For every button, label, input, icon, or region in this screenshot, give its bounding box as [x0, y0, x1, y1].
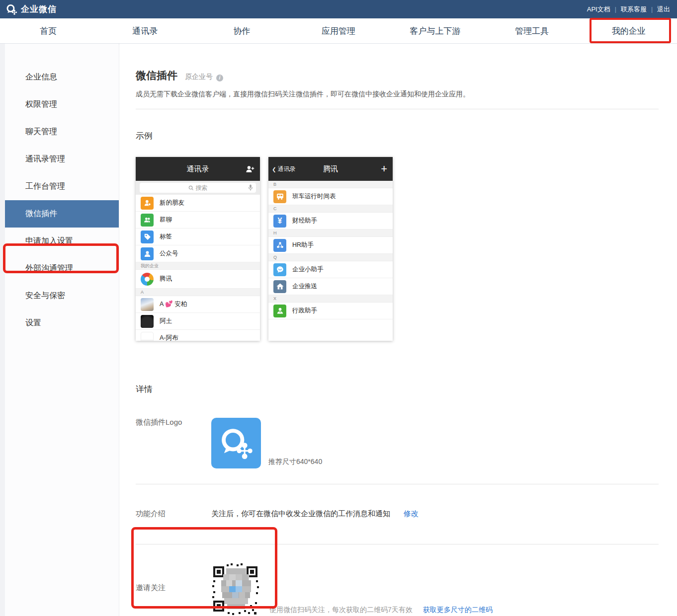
intro-value: 关注后，你可在微信中收发企业微信的工作消息和通知 [211, 509, 390, 519]
list-item: A 💕 安柏 [136, 296, 260, 313]
main-nav: 首页 通讯录 协作 应用管理 客户与上下游 管理工具 我的企业 [0, 18, 677, 44]
list-item: 新的朋友 [136, 195, 260, 212]
logo-label: 微信插件Logo [136, 418, 211, 468]
search-input: 搜索 [140, 183, 256, 193]
sidebar-item-join-settings[interactable]: 申请加入设置 [5, 228, 119, 255]
phone-screenshot-apps: ‹ 通讯录 腾讯 + B 班车运行时间表 C [268, 157, 393, 341]
sketch-avatar [141, 332, 154, 341]
modify-link[interactable]: 修改 [404, 509, 419, 519]
page-title: 微信插件 [136, 69, 177, 82]
contact-support-link[interactable]: 联系客服 [621, 5, 647, 14]
tencent-logo [141, 273, 154, 286]
page-subtitle: 原企业号 [185, 73, 213, 81]
divider [136, 544, 659, 544]
example-screenshots: 通讯录 搜索 [136, 157, 659, 341]
yen-icon: ¥ [273, 215, 286, 228]
sidebar-item-security[interactable]: 安全与保密 [5, 282, 119, 309]
official-accounts-icon [141, 247, 154, 260]
back-chevron-icon: ‹ [272, 162, 276, 175]
tab-contacts[interactable]: 通讯录 [97, 18, 194, 43]
top-bar: 企业微信 API文档 | 联系客服 | 退出 [0, 0, 677, 18]
list-item: 企业推送 [268, 278, 393, 295]
example-heading: 示例 [136, 130, 659, 142]
list-item: 行政助手 [268, 303, 393, 319]
brand-name: 企业微信 [21, 3, 57, 15]
share-nodes-icon [273, 239, 286, 252]
black-cat-avatar [141, 315, 154, 328]
new-friends-icon [141, 197, 154, 210]
separator: | [615, 6, 616, 13]
person-icon [273, 305, 286, 317]
sidebar-item-external-communication[interactable]: 外部沟通管理 [5, 255, 119, 282]
tab-customers[interactable]: 客户与上下游 [387, 18, 484, 43]
invite-hint: 使用微信扫码关注，每次获取的二维码7天有效 [269, 606, 413, 615]
tab-admin-tools[interactable]: 管理工具 [484, 18, 581, 43]
divider [136, 484, 659, 484]
photo-avatar [141, 298, 154, 311]
tab-home[interactable]: 首页 [0, 18, 97, 43]
logo-row: 微信插件Logo 推荐尺寸640*640 [136, 418, 659, 468]
tab-collaboration[interactable]: 协作 [193, 18, 290, 43]
sidebar-item-chat-management[interactable]: 聊天管理 [5, 118, 119, 146]
intro-row: 功能介绍 关注后，你可在微信中收发企业微信的工作消息和通知 修改 [136, 509, 659, 519]
invite-label: 邀请关注 [136, 562, 211, 616]
info-icon[interactable]: i [216, 75, 223, 81]
phone1-search-strip: 搜索 [136, 181, 260, 195]
list-item: 班车运行时间表 [268, 188, 393, 205]
sidebar-item-settings[interactable]: 设置 [5, 309, 119, 337]
top-links: API文档 | 联系客服 | 退出 [587, 5, 670, 14]
section-header: A [136, 289, 260, 296]
home-icon [273, 280, 286, 293]
intro-label: 功能介绍 [136, 509, 211, 519]
main-content: 微信插件 原企业号 i 成员无需下载企业微信客户端，直接用微信扫码关注微信插件，… [119, 44, 677, 616]
section-header: 我的企业 [136, 262, 260, 270]
api-docs-link[interactable]: API文档 [587, 5, 610, 14]
app-logo: 企业微信 [5, 3, 57, 16]
details-heading: 详情 [136, 384, 659, 395]
list-item: 阿土 [136, 313, 260, 330]
section-header: H [268, 230, 393, 237]
tab-app-management[interactable]: 应用管理 [290, 18, 387, 43]
more-qr-sizes-link[interactable]: 获取更多尺寸的二维码 [423, 606, 493, 615]
list-item: 公众号 [136, 245, 260, 262]
sidebar-item-permissions[interactable]: 权限管理 [5, 91, 119, 118]
sidebar-item-wechat-plugin[interactable]: 微信插件 [5, 200, 119, 228]
bus-icon [273, 190, 286, 203]
list-item: 企业小助手 [268, 261, 393, 278]
sidebar-item-workbench[interactable]: 工作台管理 [5, 173, 119, 200]
search-icon [188, 185, 194, 191]
sidebar-item-contacts-management[interactable]: 通讯录管理 [5, 146, 119, 173]
qr-code [211, 562, 259, 616]
invite-caption: 使用微信扫码关注，每次获取的二维码7天有效 获取更多尺寸的二维码 [269, 606, 493, 616]
phone1-title: 通讯录 [187, 164, 209, 174]
phone1-header: 通讯录 [136, 157, 260, 181]
tab-my-company[interactable]: 我的企业 [580, 18, 677, 43]
list-item: ¥ 财经助手 [268, 213, 393, 230]
phone2-header: ‹ 通讯录 腾讯 + [268, 157, 393, 181]
phone2-title: 腾讯 [323, 164, 338, 174]
divider [136, 109, 659, 109]
phone-screenshot-contacts: 通讯录 搜索 [136, 157, 260, 341]
sidebar: 企业信息 权限管理 聊天管理 通讯录管理 工作台管理 微信插件 申请加入设置 外… [5, 44, 119, 616]
separator: | [651, 6, 653, 13]
wechat-work-admin-page: 企业微信 API文档 | 联系客服 | 退出 首页 通讯录 协作 应用管理 客户… [0, 0, 677, 616]
page-description: 成员无需下载企业微信客户端，直接用微信扫码关注微信插件，即可在微信中接收企业通知… [136, 90, 659, 99]
list-item: 腾讯 [136, 270, 260, 289]
chat-bubble-icon [273, 263, 286, 276]
list-item: A-阿布 [136, 330, 260, 341]
logo-size-hint: 推荐尺寸640*640 [268, 458, 322, 468]
invite-row: 邀请关注 [136, 562, 659, 616]
section-header: X [268, 295, 393, 303]
wechat-work-logo-icon [5, 3, 18, 16]
sidebar-item-company-info[interactable]: 企业信息 [5, 64, 119, 91]
tag-icon [141, 231, 154, 243]
list-item: 标签 [136, 229, 260, 245]
search-placeholder: 搜索 [196, 184, 208, 192]
mic-icon [248, 184, 253, 193]
list-item: 群聊 [136, 212, 260, 229]
list-item: HR助手 [268, 237, 393, 254]
logout-link[interactable]: 退出 [657, 5, 670, 14]
wechat-plugin-logo [211, 418, 261, 468]
section-header: C [268, 205, 393, 213]
plus-icon: + [381, 157, 387, 181]
